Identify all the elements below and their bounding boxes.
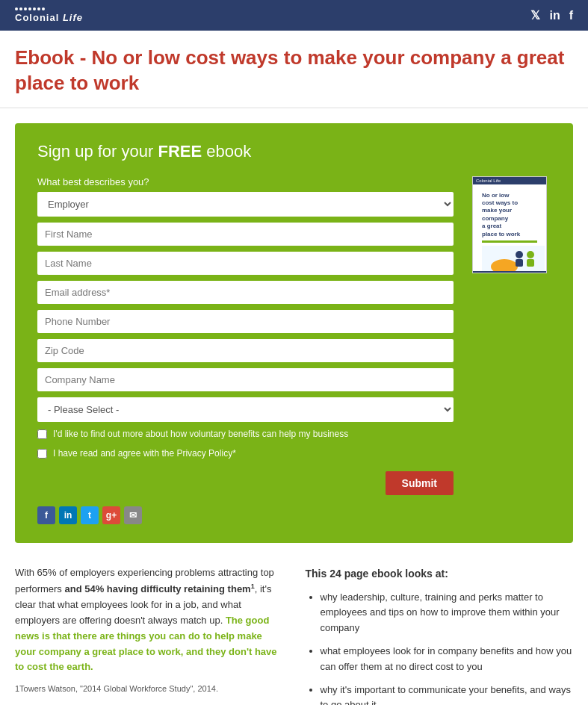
body-right: This 24 page ebook looks at: why leaders… <box>306 565 574 705</box>
ebook-cover-title: No or lowcost ways tomake yourcompanya g… <box>482 192 537 238</box>
share-twitter-icon[interactable]: t <box>81 506 99 524</box>
header-social-links: 𝕏 in f <box>530 8 573 22</box>
body-content: With 65% of employers experiencing probl… <box>15 565 573 705</box>
logo-text: Colonial Life <box>15 12 83 23</box>
phone-input[interactable] <box>37 310 454 333</box>
checkbox2-label: I have read and agree with the Privacy P… <box>53 447 236 460</box>
checkbox1-label: I'd like to find out more about how volu… <box>53 428 348 441</box>
share-linkedin-icon[interactable]: in <box>59 506 77 524</box>
descriptor-label: What best describes you? <box>37 176 454 187</box>
checkbox1[interactable] <box>37 429 47 439</box>
ebook-cover-bar <box>482 240 537 243</box>
logo-dot <box>42 7 45 10</box>
descriptor-select[interactable]: Employer Employee Broker Other <box>37 192 454 217</box>
header-logo: Colonial Life <box>15 7 83 23</box>
form-headline: Sign up for your FREE ebook <box>37 142 551 161</box>
main-content: Sign up for your FREE ebook What best de… <box>0 108 588 705</box>
submit-area: Submit <box>37 468 454 495</box>
form-headline-suffix: ebook <box>202 142 251 161</box>
site-header: Colonial Life 𝕏 in f <box>0 0 588 31</box>
svg-point-2 <box>516 251 523 258</box>
ebook-cover-header: Colonial Life <box>473 177 546 184</box>
please-select-dropdown[interactable]: - Please Select - <box>37 397 454 422</box>
checkbox2[interactable] <box>37 449 47 459</box>
ebook-cover: Colonial Life No or lowcost ways tomake … <box>472 176 547 273</box>
logo-dot <box>15 7 18 10</box>
form-section: Sign up for your FREE ebook What best de… <box>15 123 573 544</box>
logo-dot <box>28 7 31 10</box>
ebook-cover-illustration <box>482 246 545 273</box>
bullet-item: why leadership, culture, training and pe… <box>321 590 574 636</box>
svg-rect-3 <box>516 259 523 267</box>
body-right-bullets: why leadership, culture, training and pe… <box>306 590 574 705</box>
social-share-icons: f in t g+ ✉ <box>37 506 454 524</box>
body-paragraph1: With 65% of employers experiencing probl… <box>15 565 283 675</box>
checkbox1-row: I'd like to find out more about how volu… <box>37 428 454 441</box>
body-left: With 65% of employers experiencing probl… <box>15 565 283 705</box>
email-input[interactable] <box>37 281 454 304</box>
svg-rect-5 <box>527 259 534 267</box>
linkedin-icon[interactable]: in <box>549 9 560 22</box>
ebook-cover-footer: coloniallife.com <box>472 271 547 273</box>
company-input[interactable] <box>37 368 454 391</box>
bullet-item: what employees look for in company benef… <box>321 644 574 675</box>
facebook-icon[interactable]: f <box>569 9 573 22</box>
body-right-heading: This 24 page ebook looks at: <box>306 565 574 582</box>
zip-input[interactable] <box>37 339 454 362</box>
logo-dot <box>37 7 40 10</box>
form-headline-prefix: Sign up for your <box>37 142 158 161</box>
logo-dot <box>19 7 22 10</box>
logo-dots <box>15 7 45 10</box>
first-name-input[interactable] <box>37 223 454 246</box>
page-title: Ebook - No or low cost ways to make your… <box>15 46 573 96</box>
share-email-icon[interactable]: ✉ <box>124 506 142 524</box>
ebook-cover-area: Colonial Life No or lowcost ways tomake … <box>468 176 551 525</box>
share-googleplus-icon[interactable]: g+ <box>102 506 120 524</box>
form-layout: What best describes you? Employer Employ… <box>37 176 551 525</box>
svg-point-4 <box>527 251 534 258</box>
form-fields: What best describes you? Employer Employ… <box>37 176 454 525</box>
logo-dot <box>24 7 27 10</box>
submit-button[interactable]: Submit <box>386 471 454 495</box>
checkbox2-row: I have read and agree with the Privacy P… <box>37 447 454 460</box>
footnote: 1Towers Watson, "2014 Global Workforce S… <box>15 683 283 696</box>
share-facebook-icon[interactable]: f <box>37 506 55 524</box>
twitter-icon[interactable]: 𝕏 <box>530 8 540 22</box>
form-headline-bold: FREE <box>158 142 202 161</box>
last-name-input[interactable] <box>37 252 454 275</box>
bullet-item: why it's important to communicate your b… <box>321 683 574 705</box>
page-title-section: Ebook - No or low cost ways to make your… <box>0 31 588 108</box>
ebook-cover-body: No or lowcost ways tomake yourcompanya g… <box>479 188 540 273</box>
logo-dot <box>33 7 36 10</box>
